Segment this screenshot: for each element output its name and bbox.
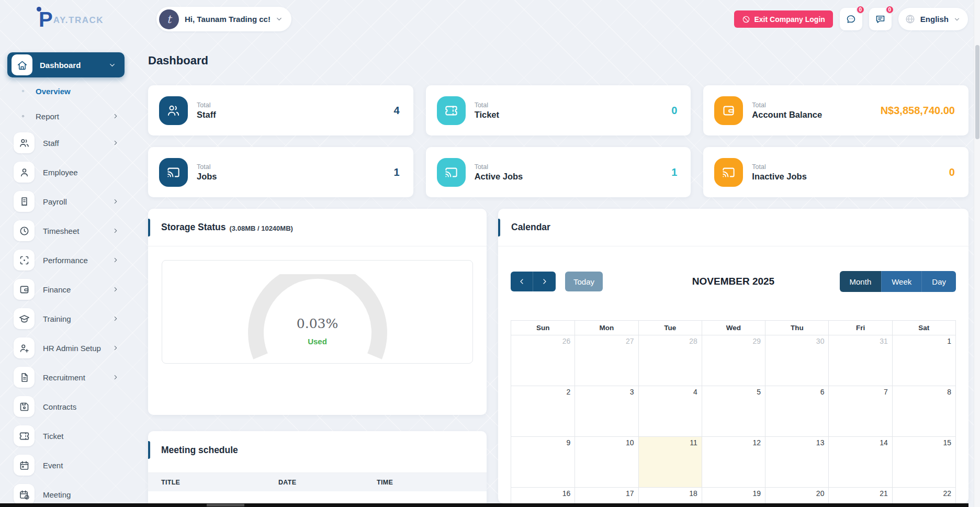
calendar-day[interactable]: 22 — [892, 488, 955, 503]
calendar-week-row: 9101112131415 — [511, 436, 955, 487]
calendar-day[interactable]: 6 — [765, 386, 828, 436]
calendar-view-month[interactable]: Month — [840, 271, 882, 292]
circle-bullet-icon — [20, 113, 26, 119]
sidebar-item-hr-admin-setup[interactable]: HR Admin Setup — [7, 337, 119, 358]
sidebar-item-event[interactable]: Event — [7, 455, 119, 476]
calendar-grid: SunMonTueWedThuFriSat 262728293031123456… — [511, 320, 956, 503]
cast-icon — [444, 165, 458, 179]
calendar-view-switch: MonthWeekDay — [840, 271, 956, 292]
calendar-day[interactable]: 5 — [702, 386, 765, 436]
stat-card-inactive-jobs[interactable]: TotalInactive Jobs0 — [703, 147, 968, 197]
calendar-icon-box — [14, 455, 35, 476]
calendar-view-day[interactable]: Day — [921, 271, 956, 292]
company-menu[interactable]: t Hi, Taunam Trading cc! — [156, 7, 291, 31]
column-time: TIME — [377, 479, 487, 486]
calendar-day[interactable]: 28 — [638, 335, 702, 386]
calendar-day[interactable]: 3 — [575, 386, 638, 436]
calendar-day[interactable]: 15 — [892, 437, 955, 487]
calendar-week-row: 2627282930311 — [511, 335, 955, 386]
sidebar-item-contracts[interactable]: Contracts — [7, 396, 119, 417]
calendar-day[interactable]: 14 — [828, 437, 892, 487]
stat-card-active-jobs[interactable]: TotalActive Jobs1 — [426, 147, 691, 197]
sidebar-item-overview[interactable]: Overview — [7, 85, 119, 97]
storage-percent: 0.03% — [247, 316, 388, 331]
sidebar-item-payroll[interactable]: Payroll — [7, 191, 119, 212]
calendar-day[interactable]: 2 — [511, 386, 575, 436]
topbar-actions: Exit Company Login 0 0 English — [734, 8, 980, 30]
calendar-view-week[interactable]: Week — [881, 271, 921, 292]
calendar-day[interactable]: 10 — [575, 437, 638, 487]
sidebar-item-finance[interactable]: Finance — [7, 279, 119, 300]
sidebar-item-finance-label: Finance — [43, 285, 71, 294]
sidebar-item-dashboard[interactable]: Dashboard — [7, 52, 125, 77]
day-header-tue: Tue — [638, 321, 702, 335]
calendar-day[interactable]: 21 — [828, 488, 892, 503]
calendar-day[interactable]: 8 — [892, 386, 955, 436]
chat-button[interactable]: 0 — [840, 8, 862, 30]
staff-icon-box — [159, 96, 188, 125]
calendar-day[interactable]: 17 — [575, 488, 638, 503]
calendar-day[interactable]: 1 — [892, 335, 955, 386]
stat-card-texts: TotalAccount Balance — [752, 102, 822, 120]
floppy-icon-box — [14, 396, 35, 417]
stat-card-label: Total — [197, 102, 216, 109]
calendar-today-button[interactable]: Today — [565, 272, 603, 291]
calendar-day[interactable]: 18 — [638, 488, 702, 503]
chevron-right-icon — [112, 374, 119, 381]
day-header-fri: Fri — [828, 321, 892, 335]
calendar-day[interactable]: 4 — [638, 386, 702, 436]
sidebar-item-report[interactable]: Report — [7, 110, 119, 122]
stat-card-ticket[interactable]: TotalTicket0 — [426, 85, 691, 136]
column-title: TITLE — [161, 479, 278, 486]
wallet-icon — [19, 284, 30, 295]
day-header-thu: Thu — [765, 321, 828, 335]
sidebar-item-payroll-label: Payroll — [43, 197, 67, 206]
accent-bar — [148, 441, 150, 459]
company-greeting: Hi, Taunam Trading cc! — [185, 15, 271, 24]
document-icon-box — [14, 367, 35, 388]
calendar-day[interactable]: 7 — [828, 386, 892, 436]
calendar-day[interactable]: 30 — [765, 335, 828, 386]
calendar-day[interactable]: 13 — [765, 437, 828, 487]
exit-company-login-button[interactable]: Exit Company Login — [734, 10, 832, 28]
sidebar-item-meeting[interactable]: Meeting — [7, 484, 119, 505]
wallet-icon-box — [14, 279, 35, 300]
stat-card-value: 0 — [949, 166, 955, 178]
language-selector[interactable]: English — [898, 8, 968, 30]
chevron-right-icon — [112, 198, 119, 205]
language-label: English — [920, 15, 949, 24]
message-badge: 0 — [885, 5, 894, 14]
calendar-day[interactable]: 31 — [828, 335, 892, 386]
sidebar-item-recruitment[interactable]: Recruitment — [7, 367, 119, 388]
vertical-scrollbar[interactable] — [974, 0, 980, 507]
day-header-mon: Mon — [575, 321, 638, 335]
ticket-icon — [444, 104, 458, 118]
calendar-day-today[interactable]: 11 — [638, 437, 702, 487]
calendar-day[interactable]: 27 — [575, 335, 638, 386]
sidebar-item-performance[interactable]: Performance — [7, 250, 119, 271]
sidebar-item-ticket[interactable]: Ticket — [7, 425, 119, 446]
sidebar-item-contracts-label: Contracts — [43, 402, 76, 411]
sidebar-item-timesheet[interactable]: Timesheet — [7, 220, 119, 241]
stat-card-jobs[interactable]: TotalJobs1 — [148, 147, 413, 197]
calendar-day[interactable]: 29 — [702, 335, 765, 386]
sidebar-item-staff[interactable]: Staff — [7, 132, 119, 153]
calendar-day[interactable]: 16 — [511, 488, 575, 503]
stat-card-texts: TotalInactive Jobs — [752, 163, 807, 182]
calendar-day[interactable]: 12 — [702, 437, 765, 487]
horizontal-scrollbar-thumb[interactable] — [207, 504, 244, 506]
stat-card-staff[interactable]: TotalStaff4 — [148, 85, 413, 136]
stat-card-account-balance[interactable]: TotalAccount BalanceN$3,858,740.00 — [703, 85, 968, 136]
calendar-day[interactable]: 20 — [765, 488, 828, 503]
horizontal-scrollbar[interactable] — [0, 503, 968, 507]
sidebar-item-training[interactable]: Training — [7, 308, 119, 329]
top-bar: P AY.TRACK t Hi, Taunam Trading cc! Exit… — [0, 0, 980, 38]
stat-card-value: 1 — [394, 166, 400, 178]
messages-button[interactable]: 0 — [869, 8, 892, 30]
calendar-day[interactable]: 19 — [702, 488, 765, 503]
ticket-icon-box — [437, 96, 466, 125]
calendar-day[interactable]: 9 — [511, 437, 575, 487]
sidebar-item-employee[interactable]: Employee — [7, 162, 119, 183]
vertical-scrollbar-thumb[interactable] — [975, 45, 979, 139]
calendar-day[interactable]: 26 — [511, 335, 575, 386]
